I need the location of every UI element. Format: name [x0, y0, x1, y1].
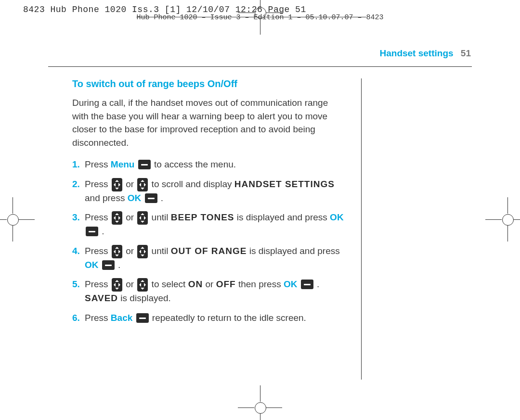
section-header: Handset settings 51	[48, 48, 472, 59]
step-number: 3.	[72, 211, 80, 225]
nav-key-icon	[112, 245, 122, 258]
step-text: repeatedly to return to the idle screen.	[152, 313, 306, 323]
menu-label: Menu	[111, 159, 135, 169]
lcd-text: OFF	[216, 279, 236, 289]
back-label: Back	[111, 313, 132, 323]
step-number: 4.	[72, 244, 80, 258]
step-text: Press	[85, 313, 111, 323]
step-text: to select	[152, 279, 188, 289]
step-number: 6.	[72, 311, 80, 325]
step-number: 1.	[72, 158, 80, 172]
step-6: 6. Press Back repeatedly to return to th…	[72, 311, 347, 325]
step-text: Press	[85, 246, 111, 256]
lcd-text: BEEP TONES	[171, 212, 234, 222]
step-text: then press	[238, 279, 284, 289]
press-header-inner-code: 8423	[366, 13, 384, 22]
step-text: or	[126, 179, 136, 189]
page-number: 51	[461, 48, 471, 58]
step-number: 2.	[72, 178, 80, 191]
step-text: until	[152, 212, 171, 222]
columns: To switch out of range beeps On/Off Duri…	[48, 78, 472, 380]
step-text: Press	[85, 179, 111, 189]
nav-key-icon	[137, 278, 148, 292]
step-5: 5. Press or to select ON or OFF then pre…	[72, 278, 347, 305]
step-text: or	[126, 246, 136, 256]
content-column: To switch out of range beeps On/Off Duri…	[48, 78, 361, 380]
step-text: .	[161, 193, 163, 203]
nav-key-icon	[112, 178, 122, 191]
step-text: or	[205, 279, 216, 289]
step-text: or	[126, 212, 136, 222]
empty-column	[362, 78, 472, 380]
steps-list: 1. Press Menu to access the menu. 2. Pre…	[72, 158, 347, 325]
content-subtitle: To switch out of range beeps On/Off	[72, 78, 347, 89]
softkey-icon	[136, 313, 149, 323]
ok-label: OK	[128, 193, 142, 203]
nav-key-icon	[112, 278, 122, 292]
step-text: is displayed and press	[249, 246, 340, 256]
page-frame: Handset settings 51 To switch out of ran…	[48, 48, 472, 380]
section-title: Handset settings	[379, 48, 453, 58]
softkey-icon	[102, 260, 115, 270]
step-text: .	[118, 260, 120, 270]
step-4: 4. Press or until OUT OF RANGE is displa…	[72, 244, 347, 272]
crop-mark-bottom-icon	[243, 390, 277, 420]
ok-label: OK	[330, 212, 344, 222]
step-2: 2. Press or to scroll and display HANDSE…	[72, 178, 347, 205]
crop-mark-top-icon	[243, 0, 277, 30]
step-text: to access the menu.	[154, 159, 236, 169]
lcd-text: OUT OF RANGE	[171, 246, 247, 256]
nav-key-icon	[137, 178, 148, 191]
step-text: .	[102, 226, 104, 236]
step-text: or	[126, 279, 136, 289]
step-text: to scroll and display	[152, 179, 234, 189]
step-text: Press	[85, 279, 111, 289]
crop-mark-left-icon	[0, 202, 30, 237]
ok-label: OK	[284, 279, 298, 289]
lcd-text: SAVED	[85, 293, 118, 303]
softkey-icon	[86, 227, 98, 236]
softkey-icon	[138, 160, 151, 169]
ok-label: OK	[85, 260, 99, 270]
step-number: 5.	[72, 278, 80, 292]
header-rule	[48, 66, 472, 67]
step-text: until	[152, 246, 171, 256]
step-text: is displayed and press	[237, 212, 330, 222]
step-text: is displayed.	[120, 293, 171, 303]
step-3: 3. Press or until BEEP TONES is displaye…	[72, 211, 347, 238]
step-text: Press	[85, 159, 111, 169]
softkey-icon	[301, 280, 313, 289]
step-1: 1. Press Menu to access the menu.	[72, 158, 347, 172]
lcd-text: HANDSET SETTINGS	[234, 179, 335, 189]
nav-key-icon	[137, 245, 148, 258]
step-text: Press	[85, 212, 111, 222]
crop-mark-right-icon	[490, 202, 520, 237]
nav-key-icon	[137, 211, 148, 225]
step-text: .	[317, 279, 319, 289]
step-text: and press	[85, 193, 128, 203]
content-intro: During a call, if the handset moves out …	[72, 96, 347, 149]
lcd-text: ON	[188, 279, 203, 289]
softkey-icon	[145, 193, 157, 203]
nav-key-icon	[112, 211, 122, 225]
